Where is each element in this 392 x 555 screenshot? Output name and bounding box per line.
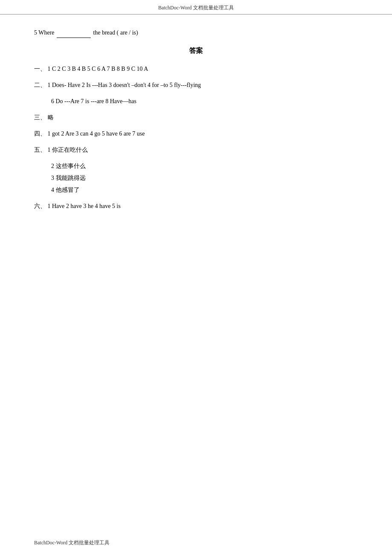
section-wu-items: 2 这些事什么3 我能跳得远4 他感冒了 <box>51 160 358 196</box>
q5-text: 5 Where <box>34 29 55 36</box>
section-liu: 六、 1 Have 2 have 3 he 4 have 5 is <box>34 200 358 212</box>
section-er-line2: 6 Do ---Are 7 is ---are 8 Have—has <box>51 95 358 107</box>
section-wu-item-4: 4 他感冒了 <box>51 184 358 196</box>
section-wu: 五、 1 你正在吃什么 <box>34 144 358 156</box>
section-er-line1: 二、 1 Does- Have 2 Is ---Has 3 doesn't –d… <box>34 79 358 91</box>
q5-rest: the bread ( are / is) <box>93 29 138 36</box>
section-wu-item-2: 2 这些事什么 <box>51 160 358 172</box>
section-wu-label: 五、 <box>34 147 46 153</box>
header-title: BatchDoc-Word 文档批量处理工具 <box>158 5 233 11</box>
main-content: 5 Where the bread ( are / is) 答案 一、 1 C … <box>0 14 392 242</box>
section-yi-content: 1 C 2 C 3 B 4 B 5 C 6 A 7 B 8 B 9 C 10 A <box>48 66 148 72</box>
section-si-content: 1 got 2 Are 3 can 4 go 5 have 6 are 7 us… <box>48 130 145 137</box>
section-san-content: 略 <box>48 114 54 121</box>
section-wu-item-1: 1 你正在吃什么 <box>48 147 88 153</box>
section-si: 四、 1 got 2 Are 3 can 4 go 5 have 6 are 7… <box>34 128 358 140</box>
header-bar: BatchDoc-Word 文档批量处理工具 <box>0 0 392 14</box>
footer-text: BatchDoc-Word 文档批量处理工具 <box>34 540 110 546</box>
section-san-label: 三、 <box>34 114 46 121</box>
section-san: 三、 略 <box>34 112 358 124</box>
section-si-label: 四、 <box>34 130 46 137</box>
q5-blank <box>57 38 91 38</box>
section-er-content2: 6 Do ---Are 7 is ---are 8 Have—has <box>51 98 136 104</box>
question-5: 5 Where the bread ( are / is) <box>34 27 358 38</box>
section-yi: 一、 1 C 2 C 3 B 4 B 5 C 6 A 7 B 8 B 9 C 1… <box>34 63 358 75</box>
footer-bar: BatchDoc-Word 文档批量处理工具 <box>34 539 110 546</box>
section-liu-content: 1 Have 2 have 3 he 4 have 5 is <box>48 203 121 209</box>
section-yi-label: 一、 <box>34 66 46 72</box>
section-liu-label: 六、 <box>34 203 46 209</box>
section-er-content1: 1 Does- Have 2 Is ---Has 3 doesn't –don'… <box>48 82 201 88</box>
section-wu-item-3: 3 我能跳得远 <box>51 172 358 184</box>
answer-title: 答案 <box>34 46 358 55</box>
section-er-label: 二、 <box>34 82 46 88</box>
